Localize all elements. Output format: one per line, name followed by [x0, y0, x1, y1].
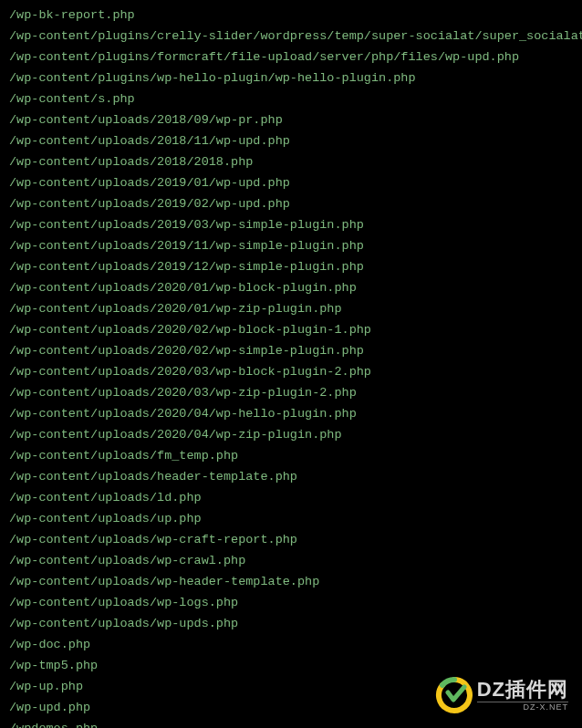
file-path-line: /wp-doc.php: [9, 634, 573, 655]
watermark-logo-icon: [435, 676, 473, 714]
file-path-line: /wp-content/uploads/2018/09/wp-pr.php: [9, 109, 573, 130]
file-path-line: /wp-content/uploads/2018/2018.php: [9, 151, 573, 172]
file-path-line: /wp-content/uploads/2020/03/wp-zip-plugi…: [9, 382, 573, 403]
file-path-line: /wp-content/uploads/2020/03/wp-block-plu…: [9, 361, 573, 382]
file-path-line: /wp-content/uploads/fm_temp.php: [9, 445, 573, 466]
file-path-line: /wp-content/uploads/2018/11/wp-upd.php: [9, 130, 573, 151]
file-path-line: /wp-content/uploads/2020/04/wp-zip-plugi…: [9, 424, 573, 445]
file-path-line: /wp-content/uploads/2020/04/wp-hello-plu…: [9, 403, 573, 424]
file-path-line: /wp-content/plugins/formcraft/file-uploa…: [9, 47, 573, 68]
file-path-line: /wp-content/uploads/2019/11/wp-simple-pl…: [9, 235, 573, 256]
watermark-main-text: DZ插件网: [477, 680, 568, 700]
file-path-line: /wp-content/s.php: [9, 88, 573, 109]
file-path-line: /wp-content/plugins/wp-hello-plugin/wp-h…: [9, 68, 573, 88]
file-path-line: /wp-bk-report.php: [9, 5, 573, 26]
file-path-line: /wp-content/plugins/crelly-slider/wordpr…: [9, 26, 573, 47]
file-path-line: /wp-content/uploads/2019/02/wp-upd.php: [9, 193, 573, 214]
file-path-line: /wp-content/uploads/2020/01/wp-block-plu…: [9, 277, 573, 298]
file-path-line: /wp-content/uploads/header-template.php: [9, 466, 573, 487]
file-path-line: /wp-tmp5.php: [9, 655, 573, 676]
file-path-line: /wp-content/uploads/ld.php: [9, 487, 573, 508]
watermark-sub-text: DZ-X.NET: [477, 702, 568, 712]
file-path-line: /wp-content/uploads/wp-logs.php: [9, 592, 573, 613]
file-path-line: /wp-content/uploads/2020/02/wp-block-plu…: [9, 319, 573, 340]
file-path-line: /wp-content/uploads/up.php: [9, 508, 573, 529]
file-path-line: /wp-content/uploads/wp-crawl.php: [9, 550, 573, 571]
watermark: DZ插件网 DZ-X.NET: [435, 676, 568, 714]
file-path-line: /wp-content/uploads/2019/12/wp-simple-pl…: [9, 256, 573, 277]
file-path-line: /wpdemos.php: [9, 718, 573, 728]
file-path-line: /wp-content/uploads/2019/01/wp-upd.php: [9, 172, 573, 193]
file-path-line: /wp-content/uploads/2020/01/wp-zip-plugi…: [9, 298, 573, 319]
file-path-line: /wp-content/uploads/2019/03/wp-simple-pl…: [9, 214, 573, 235]
file-path-line: /wp-content/uploads/2020/02/wp-simple-pl…: [9, 340, 573, 361]
file-path-list: /wp-bk-report.php /wp-content/plugins/cr…: [9, 5, 573, 728]
file-path-line: /wp-content/uploads/wp-header-template.p…: [9, 571, 573, 592]
file-path-line: /wp-content/uploads/wp-craft-report.php: [9, 529, 573, 550]
file-path-line: /wp-content/uploads/wp-upds.php: [9, 613, 573, 634]
watermark-text: DZ插件网 DZ-X.NET: [477, 680, 568, 712]
